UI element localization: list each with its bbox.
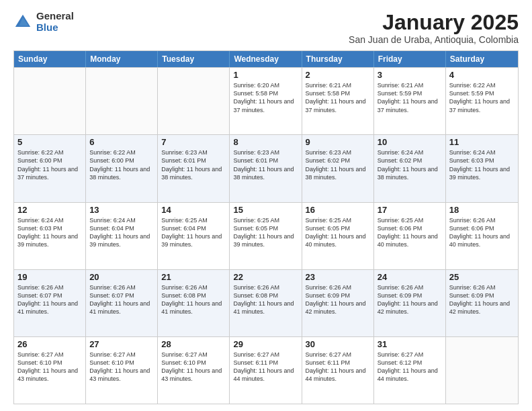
calendar-cell: 25Sunrise: 6:26 AMSunset: 6:09 PMDayligh… — [446, 270, 518, 336]
cell-sun-info: Sunrise: 6:27 AMSunset: 6:11 PMDaylight:… — [306, 351, 370, 383]
calendar-cell: 4Sunrise: 6:22 AMSunset: 5:59 PMDaylight… — [446, 68, 518, 134]
day-number: 22 — [233, 272, 298, 282]
day-number: 28 — [161, 339, 226, 349]
day-number: 19 — [17, 272, 82, 282]
day-number: 31 — [378, 339, 442, 349]
calendar-cell: 29Sunrise: 6:27 AMSunset: 6:11 PMDayligh… — [230, 337, 302, 404]
calendar-week-row: 5Sunrise: 6:22 AMSunset: 6:00 PMDaylight… — [14, 134, 518, 201]
calendar-cell: 31Sunrise: 6:27 AMSunset: 6:12 PMDayligh… — [374, 337, 446, 404]
calendar-week-row: 12Sunrise: 6:24 AMSunset: 6:03 PMDayligh… — [14, 202, 518, 269]
cell-sun-info: Sunrise: 6:24 AMSunset: 6:02 PMDaylight:… — [378, 148, 442, 181]
day-number: 17 — [378, 205, 442, 215]
cell-sun-info: Sunrise: 6:27 AMSunset: 6:10 PMDaylight:… — [161, 351, 226, 383]
logo-general-label: General — [36, 11, 74, 22]
day-of-week-header: Monday — [86, 51, 158, 67]
calendar-header-row: SundayMondayTuesdayWednesdayThursdayFrid… — [14, 51, 518, 67]
calendar-cell: 18Sunrise: 6:26 AMSunset: 6:06 PMDayligh… — [446, 203, 518, 269]
day-of-week-header: Tuesday — [158, 51, 230, 67]
cell-sun-info: Sunrise: 6:26 AMSunset: 6:07 PMDaylight:… — [17, 283, 82, 316]
calendar-cell: 2Sunrise: 6:21 AMSunset: 5:58 PMDaylight… — [302, 68, 374, 134]
calendar-cell: 8Sunrise: 6:23 AMSunset: 6:01 PMDaylight… — [230, 135, 302, 201]
calendar-cell — [446, 337, 518, 404]
cell-sun-info: Sunrise: 6:21 AMSunset: 5:59 PMDaylight:… — [378, 81, 442, 114]
cell-sun-info: Sunrise: 6:25 AMSunset: 6:05 PMDaylight:… — [233, 216, 298, 249]
calendar-cell: 24Sunrise: 6:26 AMSunset: 6:09 PMDayligh… — [374, 270, 446, 336]
calendar-cell — [86, 68, 158, 134]
cell-sun-info: Sunrise: 6:23 AMSunset: 6:02 PMDaylight:… — [306, 148, 370, 181]
day-number: 14 — [161, 205, 226, 215]
day-number: 13 — [89, 205, 154, 215]
day-number: 4 — [449, 70, 515, 80]
cell-sun-info: Sunrise: 6:26 AMSunset: 6:08 PMDaylight:… — [161, 283, 226, 316]
calendar-cell: 13Sunrise: 6:24 AMSunset: 6:04 PMDayligh… — [86, 203, 158, 269]
cell-sun-info: Sunrise: 6:22 AMSunset: 5:59 PMDaylight:… — [449, 81, 515, 114]
day-number: 20 — [89, 272, 154, 282]
cell-sun-info: Sunrise: 6:27 AMSunset: 6:11 PMDaylight:… — [233, 351, 298, 383]
calendar-cell: 7Sunrise: 6:23 AMSunset: 6:01 PMDaylight… — [158, 135, 230, 201]
cell-sun-info: Sunrise: 6:26 AMSunset: 6:09 PMDaylight:… — [449, 283, 515, 316]
title-block: January 2025 San Juan de Uraba, Antioqui… — [349, 11, 519, 45]
cell-sun-info: Sunrise: 6:24 AMSunset: 6:03 PMDaylight:… — [449, 148, 515, 181]
calendar-cell: 1Sunrise: 6:20 AMSunset: 5:58 PMDaylight… — [230, 68, 302, 134]
calendar-cell — [158, 68, 230, 134]
day-number: 5 — [17, 137, 82, 147]
day-number: 6 — [89, 137, 154, 147]
day-number: 21 — [161, 272, 226, 282]
day-number: 7 — [161, 137, 226, 147]
calendar-cell: 10Sunrise: 6:24 AMSunset: 6:02 PMDayligh… — [374, 135, 446, 201]
calendar-cell: 26Sunrise: 6:27 AMSunset: 6:10 PMDayligh… — [14, 337, 86, 404]
day-number: 9 — [306, 137, 370, 147]
day-number: 23 — [306, 272, 370, 282]
calendar-cell: 3Sunrise: 6:21 AMSunset: 5:59 PMDaylight… — [374, 68, 446, 134]
location-subtitle: San Juan de Uraba, Antioquia, Colombia — [349, 34, 519, 45]
logo-icon — [13, 13, 32, 32]
calendar-cell: 21Sunrise: 6:26 AMSunset: 6:08 PMDayligh… — [158, 270, 230, 336]
calendar-body: 1Sunrise: 6:20 AMSunset: 5:58 PMDaylight… — [14, 67, 518, 404]
day-of-week-header: Wednesday — [230, 51, 302, 67]
header: General Blue January 2025 San Juan de Ur… — [13, 11, 519, 45]
cell-sun-info: Sunrise: 6:25 AMSunset: 6:06 PMDaylight:… — [378, 216, 442, 249]
cell-sun-info: Sunrise: 6:26 AMSunset: 6:08 PMDaylight:… — [233, 283, 298, 316]
cell-sun-info: Sunrise: 6:23 AMSunset: 6:01 PMDaylight:… — [233, 148, 298, 181]
calendar-cell: 20Sunrise: 6:26 AMSunset: 6:07 PMDayligh… — [86, 270, 158, 336]
day-of-week-header: Friday — [374, 51, 446, 67]
logo: General Blue — [13, 11, 74, 33]
day-number: 11 — [449, 137, 515, 147]
cell-sun-info: Sunrise: 6:23 AMSunset: 6:01 PMDaylight:… — [161, 148, 226, 181]
day-number: 25 — [449, 272, 515, 282]
page: General Blue January 2025 San Juan de Ur… — [0, 0, 532, 411]
logo-blue-label: Blue — [36, 22, 74, 34]
day-number: 12 — [17, 205, 82, 215]
day-number: 24 — [378, 272, 442, 282]
cell-sun-info: Sunrise: 6:27 AMSunset: 6:10 PMDaylight:… — [89, 351, 154, 383]
calendar-week-row: 26Sunrise: 6:27 AMSunset: 6:10 PMDayligh… — [14, 336, 518, 404]
cell-sun-info: Sunrise: 6:24 AMSunset: 6:03 PMDaylight:… — [17, 216, 82, 249]
day-number: 2 — [306, 70, 370, 80]
calendar-cell: 28Sunrise: 6:27 AMSunset: 6:10 PMDayligh… — [158, 337, 230, 404]
calendar-cell: 12Sunrise: 6:24 AMSunset: 6:03 PMDayligh… — [14, 203, 86, 269]
day-number: 3 — [378, 70, 442, 80]
day-number: 29 — [233, 339, 298, 349]
calendar-week-row: 19Sunrise: 6:26 AMSunset: 6:07 PMDayligh… — [14, 269, 518, 336]
cell-sun-info: Sunrise: 6:26 AMSunset: 6:06 PMDaylight:… — [449, 216, 515, 249]
calendar-week-row: 1Sunrise: 6:20 AMSunset: 5:58 PMDaylight… — [14, 67, 518, 134]
calendar-cell: 19Sunrise: 6:26 AMSunset: 6:07 PMDayligh… — [14, 270, 86, 336]
cell-sun-info: Sunrise: 6:24 AMSunset: 6:04 PMDaylight:… — [89, 216, 154, 249]
calendar-cell: 9Sunrise: 6:23 AMSunset: 6:02 PMDaylight… — [302, 135, 374, 201]
day-number: 15 — [233, 205, 298, 215]
cell-sun-info: Sunrise: 6:25 AMSunset: 6:05 PMDaylight:… — [306, 216, 370, 249]
calendar-cell: 27Sunrise: 6:27 AMSunset: 6:10 PMDayligh… — [86, 337, 158, 404]
calendar-cell: 6Sunrise: 6:22 AMSunset: 6:00 PMDaylight… — [86, 135, 158, 201]
calendar-cell: 11Sunrise: 6:24 AMSunset: 6:03 PMDayligh… — [446, 135, 518, 201]
calendar-cell: 15Sunrise: 6:25 AMSunset: 6:05 PMDayligh… — [230, 203, 302, 269]
cell-sun-info: Sunrise: 6:20 AMSunset: 5:58 PMDaylight:… — [233, 81, 298, 114]
cell-sun-info: Sunrise: 6:27 AMSunset: 6:10 PMDaylight:… — [17, 351, 82, 383]
day-number: 8 — [233, 137, 298, 147]
cell-sun-info: Sunrise: 6:26 AMSunset: 6:07 PMDaylight:… — [89, 283, 154, 316]
day-number: 18 — [449, 205, 515, 215]
day-of-week-header: Sunday — [14, 51, 86, 67]
day-number: 10 — [378, 137, 442, 147]
calendar-cell: 22Sunrise: 6:26 AMSunset: 6:08 PMDayligh… — [230, 270, 302, 336]
calendar-cell: 30Sunrise: 6:27 AMSunset: 6:11 PMDayligh… — [302, 337, 374, 404]
day-number: 30 — [306, 339, 370, 349]
